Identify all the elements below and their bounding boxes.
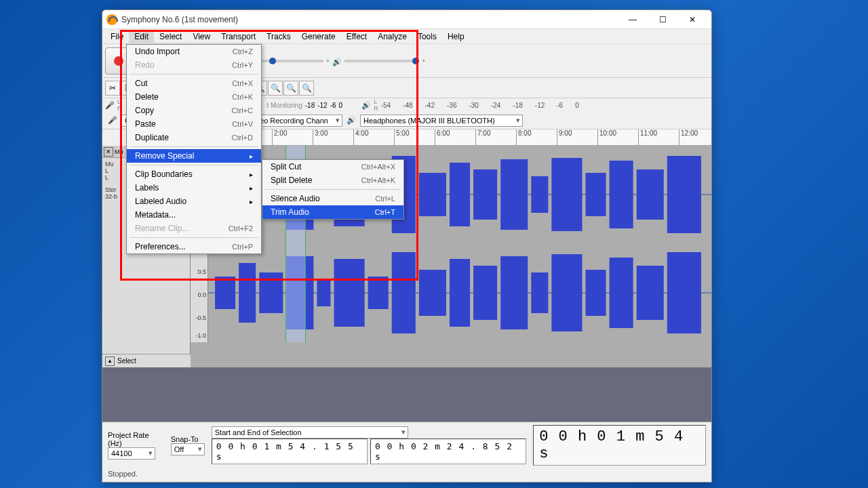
speaker-meter-icon (361, 101, 371, 110)
menu-trim-audio[interactable]: Trim AudioCtrl+T (262, 205, 403, 219)
svg-rect-30 (419, 270, 446, 316)
window-title: Symphony No.6 (1st movement) (121, 15, 618, 24)
menu-delete[interactable]: DeleteCtrl+K (127, 90, 261, 104)
menu-analyze[interactable]: Analyze (372, 30, 412, 43)
menu-clip-boundaries[interactable]: Clip Boundaries▸ (127, 167, 261, 181)
selection-region-2[interactable] (285, 244, 306, 342)
svg-point-0 (114, 56, 123, 66)
menu-labeled-audio[interactable]: Labeled Audio▸ (127, 195, 261, 208)
remove-special-submenu: Split CutCtrl+Alt+X Split DeleteCtrl+Alt… (262, 159, 404, 220)
collapse-icon[interactable]: ▲ (105, 357, 115, 366)
waveform-channel-2 (208, 244, 711, 342)
svg-rect-23 (239, 263, 256, 323)
menu-undo[interactable]: Undo ImportCtrl+Z (127, 45, 261, 58)
menu-split-cut[interactable]: Split CutCtrl+Alt+X (262, 160, 403, 174)
svg-rect-27 (334, 259, 365, 327)
menu-silence-audio[interactable]: Silence AudioCtrl+L (262, 192, 403, 205)
rec-device-icon (108, 116, 117, 125)
project-rate-label: Project Rate (Hz) (108, 431, 164, 447)
app-icon (106, 14, 117, 25)
menubar: File Edit Select View Transport Tracks G… (102, 29, 711, 44)
snap-to-label: Snap-To (171, 435, 205, 443)
snap-to-dropdown[interactable]: Off (171, 443, 205, 455)
svg-rect-13 (473, 169, 497, 220)
edit-menu-popup: Undo ImportCtrl+Z RedoCtrl+Y CutCtrl+X D… (126, 44, 262, 254)
project-rate-dropdown[interactable]: 44100 (108, 447, 155, 460)
svg-rect-34 (531, 272, 548, 313)
menu-remove-special[interactable]: Remove Special▸ (127, 149, 261, 163)
bottom-spacer (102, 367, 711, 422)
svg-rect-31 (450, 259, 470, 327)
mic-meter-icon (105, 101, 115, 110)
selection-toolbar: Project Rate (Hz) 44100 Snap-To Off Star… (102, 422, 711, 482)
menu-view[interactable]: View (187, 30, 216, 43)
svg-rect-39 (667, 252, 701, 333)
timeline-ruler[interactable]: 2:00 3:00 4:00 5:00 6:00 7:00 8:00 9:00 … (191, 129, 711, 146)
svg-rect-26 (317, 279, 330, 306)
svg-rect-11 (419, 173, 446, 216)
menu-transport[interactable]: Transport (216, 30, 261, 43)
menu-generate[interactable]: Generate (296, 30, 341, 43)
svg-rect-28 (368, 277, 389, 309)
titlebar: Symphony No.6 (1st movement) — ☐ ✕ (102, 10, 711, 29)
svg-rect-18 (610, 161, 633, 228)
menu-cut[interactable]: CutCtrl+X (127, 77, 261, 90)
fit-project-icon[interactable]: 🔍 (283, 81, 298, 96)
track-close-button[interactable]: ✕ (104, 147, 113, 157)
menu-effect[interactable]: Effect (341, 30, 372, 43)
selection-end-field[interactable]: 0 0 h 0 2 m 2 4 . 8 5 2 s (370, 439, 526, 464)
menu-file[interactable]: File (105, 30, 129, 43)
svg-rect-37 (610, 258, 633, 328)
svg-rect-24 (259, 272, 283, 313)
zoom-toggle-icon[interactable]: 🔍 (299, 81, 314, 96)
menu-tracks[interactable]: Tracks (261, 30, 296, 43)
app-window: Symphony No.6 (1st movement) — ☐ ✕ File … (102, 9, 712, 483)
menu-split-delete[interactable]: Split DeleteCtrl+Alt+K (262, 174, 403, 187)
close-button[interactable]: ✕ (677, 10, 707, 29)
svg-rect-22 (215, 277, 235, 309)
menu-metadata[interactable]: Metadata... (127, 208, 261, 222)
fit-selection-icon[interactable]: 🔍 (268, 81, 283, 96)
selection-start-field[interactable]: 0 0 h 0 1 m 5 4 . 1 5 5 s (212, 439, 368, 464)
menu-paste[interactable]: PasteCtrl+V (127, 117, 261, 131)
play-device-icon (347, 116, 356, 125)
svg-rect-20 (667, 156, 701, 233)
svg-rect-12 (450, 163, 470, 226)
svg-rect-15 (531, 176, 548, 213)
svg-rect-38 (637, 266, 664, 320)
svg-rect-14 (500, 159, 528, 230)
svg-rect-35 (551, 254, 582, 331)
menu-preferences[interactable]: Preferences...Ctrl+P (127, 240, 261, 253)
menu-tools[interactable]: Tools (412, 30, 442, 43)
cut-icon[interactable]: ✂ (105, 81, 120, 96)
audio-position-field[interactable]: 0 0 h 0 1 m 5 4 s (533, 425, 706, 466)
playback-volume-slider[interactable] (344, 60, 419, 62)
track-select-all[interactable]: ▲ Select (102, 354, 191, 367)
svg-rect-33 (500, 256, 528, 329)
minimize-button[interactable]: — (618, 10, 648, 29)
menu-duplicate[interactable]: DuplicateCtrl+D (127, 131, 261, 144)
svg-rect-29 (392, 252, 416, 333)
status-text: Stopped. (108, 468, 706, 479)
menu-rename-clip: Rename Clip...Ctrl+F2 (127, 222, 261, 235)
speaker-icon (332, 55, 342, 67)
click-monitor-text: t Monitoring (267, 102, 302, 109)
maximize-button[interactable]: ☐ (648, 10, 677, 29)
selection-mode-dropdown[interactable]: Start and End of Selection (212, 426, 408, 439)
svg-rect-19 (637, 169, 664, 220)
menu-help[interactable]: Help (442, 30, 470, 43)
menu-edit[interactable]: Edit (129, 30, 154, 43)
svg-rect-32 (473, 266, 497, 320)
svg-rect-36 (586, 270, 606, 316)
menu-labels[interactable]: Labels▸ (127, 181, 261, 195)
svg-rect-16 (551, 158, 582, 231)
playback-device-dropdown[interactable]: Headphones (MAJOR III BLUETOOTH) (360, 115, 523, 127)
svg-rect-17 (586, 173, 606, 216)
menu-redo: RedoCtrl+Y (127, 58, 261, 72)
menu-copy[interactable]: CopyCtrl+C (127, 104, 261, 117)
menu-select[interactable]: Select (154, 30, 187, 43)
